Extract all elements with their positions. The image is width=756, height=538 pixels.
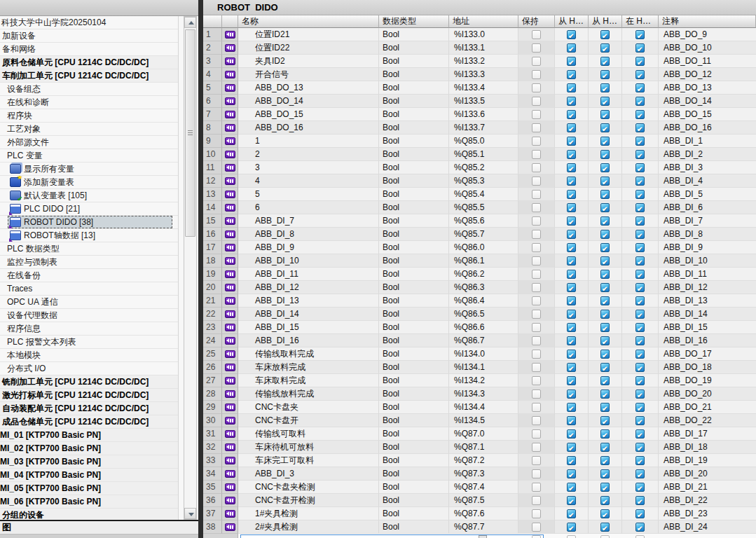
from-hmi-2-checkbox[interactable]: [600, 123, 610, 132]
tag-address-cell[interactable]: %I134.1: [449, 361, 518, 374]
tag-name-cell[interactable]: ABB_DO_16: [238, 121, 379, 134]
sidebar-item[interactable]: 自动装配单元 [CPU 1214C DC/DC/DC]: [0, 402, 178, 415]
tag-address-cell[interactable]: %Q85.0: [449, 134, 518, 148]
from-hmi-2-checkbox[interactable]: [600, 163, 610, 172]
from-hmi-2-checkbox[interactable]: [600, 350, 610, 359]
from-hmi-1-checkbox[interactable]: [567, 389, 576, 399]
tag-name-cell[interactable]: 位置ID21: [238, 28, 379, 41]
tag-name-cell[interactable]: 1: [238, 134, 379, 148]
tag-comment-cell[interactable]: ABB_DI_23: [659, 507, 756, 520]
in-hmi-checkbox[interactable]: [635, 283, 645, 292]
tag-address-cell[interactable]: %Q85.4: [449, 188, 518, 201]
row-number[interactable]: 14: [203, 201, 222, 214]
row-number[interactable]: 34: [203, 467, 222, 481]
tag-address-cell[interactable]: %Q86.0: [449, 241, 518, 254]
retain-checkbox[interactable]: [532, 509, 541, 518]
from-hmi-2-checkbox[interactable]: [600, 443, 610, 452]
tag-datatype-cell[interactable]: Bool: [379, 387, 449, 401]
tag-address-cell[interactable]: %Q87.2: [449, 454, 518, 467]
from-hmi-1-checkbox[interactable]: [567, 296, 576, 305]
from-hmi-1-checkbox[interactable]: [567, 283, 576, 292]
from-hmi-2-checkbox[interactable]: [600, 509, 610, 518]
sidebar-item[interactable]: 在线备份: [0, 269, 178, 282]
sidebar-item[interactable]: 设备代理数据: [0, 309, 178, 322]
from-hmi-1-checkbox[interactable]: [567, 456, 576, 465]
row-number[interactable]: 24: [203, 334, 222, 347]
tag-name-cell[interactable]: 2#夹具检测: [238, 520, 379, 534]
tag-comment-cell[interactable]: ABB_DI_21: [659, 481, 756, 494]
tag-name-cell[interactable]: CNC卡盘夹: [238, 401, 379, 414]
tag-address-cell[interactable]: %Q86.1: [449, 254, 518, 268]
from-hmi-2-checkbox[interactable]: [600, 30, 610, 39]
tag-comment-cell[interactable]: ABB_DI_4: [659, 174, 756, 188]
tag-name-cell[interactable]: ABB_DI_7: [238, 214, 379, 228]
from-hmi-2-checkbox[interactable]: [600, 190, 610, 199]
retain-checkbox[interactable]: [532, 376, 541, 385]
sidebar-item[interactable]: ROBOT轴数据 [13]: [0, 229, 178, 242]
sidebar-item[interactable]: 设备组态: [0, 83, 178, 96]
in-hmi-checkbox[interactable]: [635, 256, 645, 265]
header-comment[interactable]: 注释: [659, 15, 756, 28]
retain-checkbox[interactable]: [532, 203, 541, 212]
tag-comment-cell[interactable]: ABB_DI_9: [659, 241, 756, 254]
tag-name-cell[interactable]: ABB_DI_8: [238, 228, 379, 241]
sidebar-item[interactable]: MI_06 [KTP700 Basic PN]: [0, 495, 178, 509]
tag-address-cell[interactable]: %Q86.2: [449, 268, 518, 281]
from-hmi-2-checkbox[interactable]: [600, 363, 610, 372]
retain-checkbox[interactable]: [532, 163, 541, 172]
tag-datatype-cell[interactable]: Bool: [379, 134, 449, 148]
from-hmi-1-checkbox[interactable]: [567, 177, 576, 186]
tag-datatype-cell[interactable]: Bool: [379, 268, 449, 281]
from-hmi-2-checkbox[interactable]: [600, 403, 610, 412]
tag-name-cell[interactable]: CNC卡盘开检测: [238, 494, 379, 507]
header-name[interactable]: 名称: [238, 15, 379, 28]
row-number[interactable]: 9: [203, 134, 222, 148]
retain-checkbox[interactable]: [532, 283, 541, 292]
retain-checkbox[interactable]: [532, 230, 541, 239]
row-number[interactable]: 18: [203, 254, 222, 268]
sidebar-item[interactable]: Traces: [0, 282, 178, 296]
scroll-up-icon[interactable]: [184, 17, 196, 28]
from-hmi-1-checkbox[interactable]: [567, 310, 576, 319]
sidebar-item[interactable]: ROBOT DIDO [38]: [0, 216, 178, 229]
tag-name-cell[interactable]: ABB_DO_13: [238, 81, 379, 95]
in-hmi-checkbox[interactable]: [635, 163, 645, 172]
tag-address-cell[interactable]: %I133.4: [449, 81, 518, 95]
row-number[interactable]: 26: [203, 361, 222, 374]
header-in-hmi[interactable]: 在 H…: [622, 15, 659, 28]
sidebar-item[interactable]: 激光打标单元 [CPU 1214C DC/DC/DC]: [0, 389, 178, 402]
in-hmi-checkbox[interactable]: [635, 190, 645, 199]
row-number[interactable]: 31: [203, 427, 222, 441]
tag-name-cell[interactable]: 车床待机可放料: [238, 441, 379, 454]
tag-datatype-cell[interactable]: Bool: [379, 294, 449, 308]
retain-checkbox[interactable]: [532, 363, 541, 372]
from-hmi-1-checkbox[interactable]: [567, 216, 576, 226]
tag-address-cell[interactable]: %Q85.3: [449, 174, 518, 188]
tag-comment-cell[interactable]: ABB_DI_17: [659, 427, 756, 441]
from-hmi-1-checkbox[interactable]: [567, 270, 576, 279]
tag-comment-cell[interactable]: ABB_DI_13: [659, 294, 756, 308]
retain-checkbox[interactable]: [532, 270, 541, 279]
tag-datatype-cell[interactable]: Bool: [379, 281, 449, 294]
header-datatype[interactable]: 数据类型: [379, 15, 449, 28]
tag-name-cell[interactable]: ABB_DI_10: [238, 254, 379, 268]
from-hmi-2-checkbox[interactable]: [600, 216, 610, 226]
tag-name-cell[interactable]: CNC卡盘夹检测: [238, 481, 379, 494]
sidebar-item[interactable]: MI_02 [KTP700 Basic PN]: [0, 442, 178, 455]
retain-checkbox[interactable]: [532, 429, 541, 439]
header-address[interactable]: 地址: [449, 15, 518, 28]
from-hmi-1-checkbox[interactable]: [567, 123, 576, 132]
from-hmi-1-checkbox[interactable]: [567, 190, 576, 199]
tag-name-cell[interactable]: 夹具ID2: [238, 55, 379, 68]
tag-name-cell[interactable]: 6: [238, 201, 379, 214]
retain-checkbox[interactable]: [532, 496, 541, 505]
row-number[interactable]: 36: [203, 494, 222, 507]
from-hmi-2-checkbox[interactable]: [600, 110, 610, 119]
sidebar-item[interactable]: PLC 变量: [0, 149, 178, 163]
row-number[interactable]: 16: [203, 228, 222, 241]
row-number[interactable]: 28: [203, 387, 222, 401]
tag-name-cell[interactable]: 5: [238, 188, 379, 201]
from-hmi-2-checkbox[interactable]: [600, 523, 610, 532]
in-hmi-checkbox[interactable]: [635, 216, 645, 226]
add-row-retain-checkbox[interactable]: [532, 535, 541, 538]
